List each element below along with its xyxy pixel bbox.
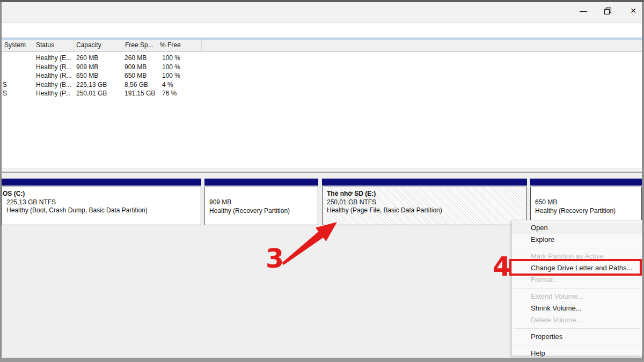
volume-cell-status: Healthy (R... — [36, 63, 72, 72]
volume-cell-pct-free: 100 % — [162, 54, 180, 63]
restore-button[interactable] — [598, 4, 617, 18]
volume-list: Healthy (E... 260 MB 260 MB 100 % Health… — [2, 51, 642, 168]
volume-row[interactable]: Healthy (R... 909 MB 909 MB 100 % — [2, 63, 642, 72]
partition-status: Healthy (Boot, Crash Dump, Basic Data Pa… — [6, 206, 148, 215]
menu-item-properties[interactable]: Properties — [512, 331, 642, 343]
volume-cell-status: Healthy (E... — [36, 54, 71, 63]
volume-cell-free: 650 MB — [125, 71, 147, 80]
column-header-pct-free[interactable]: % Free — [157, 40, 202, 51]
volume-cell-status: Healthy (R... — [36, 71, 72, 80]
partition-color-bar — [2, 179, 201, 186]
partition-color-bar — [322, 179, 527, 186]
volume-cell-free: 260 MB — [125, 54, 147, 63]
volume-cell-capacity: 225,13 GB — [76, 80, 107, 90]
column-header-system[interactable]: System — [2, 40, 33, 51]
menu-separator — [512, 286, 642, 291]
partition-status: Healthy (Recovery Partition) — [209, 207, 290, 216]
volume-row[interactable]: Healthy (R... 650 MB 650 MB 100 % — [2, 71, 642, 80]
volume-list-header: System Status Capacity Free Sp... % Free — [2, 40, 642, 51]
column-header-status[interactable]: Status — [33, 40, 74, 51]
menu-item-shrink-volume[interactable]: Shrink Volume... — [512, 302, 642, 314]
step4-highlight-box — [509, 259, 642, 276]
menu-item-extend-volume: Extend Volume... — [512, 291, 642, 302]
menu-item-open[interactable]: Open — [512, 222, 642, 234]
volume-cell-free: 909 MB — [125, 63, 147, 72]
menu-item-format: Format... — [512, 274, 642, 286]
volume-cell-fs: S — [3, 89, 7, 98]
toolbar-band — [2, 23, 642, 38]
disk-management-screenshot: { "window": { "buttons": { "minimize_gly… — [0, 0, 644, 362]
volume-cell-pct-free: 4 % — [162, 80, 173, 90]
menu-separator — [512, 246, 642, 250]
volume-cell-pct-free: 100 % — [162, 71, 180, 80]
volume-cell-status: Healthy (B... — [36, 80, 71, 90]
volume-cell-capacity: 260 MB — [76, 54, 98, 63]
partition-size: 250,01 GB NTFS — [327, 198, 442, 207]
volume-cell-status: Healthy (P... — [36, 89, 70, 98]
partition-size: 909 MB — [209, 198, 290, 207]
title-bar: — ✕ — [2, 2, 642, 23]
partition-color-bar — [204, 179, 318, 186]
partition-title: OS (C:) — [3, 190, 148, 198]
volume-row[interactable]: S Healthy (B... 225,13 GB 8,56 GB 4 % — [2, 80, 642, 90]
volume-cell-free: 8,56 GB — [125, 80, 148, 90]
close-button[interactable]: ✕ — [624, 4, 642, 18]
column-header-free-space[interactable]: Free Sp... — [122, 40, 157, 51]
volume-cell-free: 191,15 GB — [125, 89, 155, 98]
partition-color-bar — [530, 179, 642, 186]
partition-block-os-c[interactable]: OS (C:) 225,13 GB NTFS Healthy (Boot, Cr… — [2, 179, 201, 225]
menu-separator — [512, 343, 642, 348]
pane-divider[interactable] — [2, 168, 642, 172]
menu-separator — [512, 326, 642, 331]
partition-status: Healthy (Page File, Basic Data Partition… — [327, 206, 442, 215]
menu-item-explore[interactable]: Explore — [512, 234, 642, 246]
menu-item-delete-volume: Delete Volume... — [512, 314, 642, 326]
column-header-capacity[interactable]: Capacity — [74, 40, 122, 51]
volume-cell-capacity: 650 MB — [76, 71, 98, 80]
partition-status: Healthy (Recovery Partition) — [535, 207, 616, 216]
minimize-button[interactable]: — — [574, 4, 592, 18]
partition-block-recovery-650[interactable]: 650 MB Healthy (Recovery Partition) — [530, 179, 642, 225]
menu-item-help[interactable]: Help — [512, 348, 642, 359]
step3-number-label: 3 — [266, 246, 284, 272]
volume-cell-pct-free: 100 % — [162, 63, 180, 72]
volume-cell-fs: S — [3, 80, 7, 90]
partition-context-menu: Open Explore Mark Partition as Active Ch… — [511, 220, 642, 356]
partition-size: 650 MB — [535, 198, 616, 207]
step4-number-label: 4 — [493, 254, 511, 280]
close-icon: ✕ — [630, 7, 636, 14]
minimize-icon: — — [580, 7, 587, 14]
volume-cell-pct-free: 76 % — [162, 89, 177, 98]
restore-icon — [604, 8, 611, 14]
partition-title: Thẻ nhớ SD (E:) — [327, 190, 442, 198]
volume-cell-capacity: 250,01 GB — [76, 89, 107, 98]
volume-cell-capacity: 909 MB — [76, 63, 98, 72]
volume-row[interactable]: Healthy (E... 260 MB 260 MB 100 % — [2, 54, 642, 63]
volume-row[interactable]: S Healthy (P... 250,01 GB 191,15 GB 76 % — [2, 89, 642, 98]
partition-size: 225,13 GB NTFS — [6, 198, 148, 207]
